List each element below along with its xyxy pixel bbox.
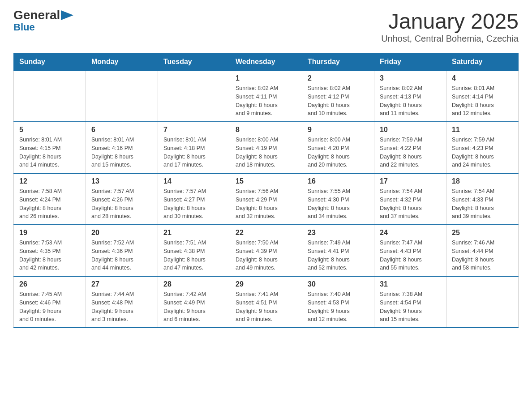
day-info: Sunrise: 7:46 AM Sunset: 4:44 PM Dayligh… [452, 239, 513, 272]
day-cell: 1Sunrise: 8:02 AM Sunset: 4:11 PM Daylig… [230, 71, 302, 122]
day-cell: 3Sunrise: 8:02 AM Sunset: 4:13 PM Daylig… [374, 71, 446, 122]
day-number: 12 [19, 177, 80, 185]
day-info: Sunrise: 8:00 AM Sunset: 4:19 PM Dayligh… [236, 136, 296, 169]
day-number: 6 [91, 126, 152, 134]
day-number: 5 [19, 126, 80, 134]
day-cell: 4Sunrise: 8:01 AM Sunset: 4:14 PM Daylig… [446, 71, 519, 122]
calendar-table: SundayMondayTuesdayWednesdayThursdayFrid… [13, 53, 519, 328]
day-number: 28 [163, 280, 224, 288]
day-info: Sunrise: 7:42 AM Sunset: 4:49 PM Dayligh… [163, 290, 224, 324]
day-cell: 10Sunrise: 7:59 AM Sunset: 4:22 PM Dayli… [374, 122, 446, 173]
header-cell-sunday: Sunday [14, 53, 86, 71]
day-info: Sunrise: 7:44 AM Sunset: 4:48 PM Dayligh… [91, 290, 152, 324]
day-cell: 21Sunrise: 7:51 AM Sunset: 4:38 PM Dayli… [158, 225, 230, 276]
day-number: 14 [163, 177, 224, 185]
day-cell: 13Sunrise: 7:57 AM Sunset: 4:26 PM Dayli… [86, 173, 158, 225]
day-info: Sunrise: 7:52 AM Sunset: 4:36 PM Dayligh… [91, 239, 152, 272]
day-number: 25 [452, 229, 513, 237]
day-info: Sunrise: 7:45 AM Sunset: 4:46 PM Dayligh… [19, 290, 80, 324]
day-cell: 20Sunrise: 7:52 AM Sunset: 4:36 PM Dayli… [86, 225, 158, 276]
day-cell: 9Sunrise: 8:00 AM Sunset: 4:20 PM Daylig… [302, 122, 374, 173]
day-info: Sunrise: 7:53 AM Sunset: 4:35 PM Dayligh… [19, 239, 80, 272]
week-row-3: 12Sunrise: 7:58 AM Sunset: 4:24 PM Dayli… [14, 173, 519, 225]
calendar-subtitle: Unhost, Central Bohemia, Czechia [381, 34, 519, 44]
day-cell: 17Sunrise: 7:54 AM Sunset: 4:32 PM Dayli… [374, 173, 446, 225]
day-cell [446, 276, 519, 328]
day-info: Sunrise: 7:57 AM Sunset: 4:27 PM Dayligh… [163, 187, 224, 221]
day-info: Sunrise: 7:47 AM Sunset: 4:43 PM Dayligh… [380, 239, 441, 272]
week-row-1: 1Sunrise: 8:02 AM Sunset: 4:11 PM Daylig… [14, 71, 519, 122]
day-info: Sunrise: 7:57 AM Sunset: 4:26 PM Dayligh… [91, 187, 152, 221]
day-cell: 30Sunrise: 7:40 AM Sunset: 4:53 PM Dayli… [302, 276, 374, 328]
day-cell: 28Sunrise: 7:42 AM Sunset: 4:49 PM Dayli… [158, 276, 230, 328]
day-number: 17 [380, 177, 441, 185]
day-cell: 24Sunrise: 7:47 AM Sunset: 4:43 PM Dayli… [374, 225, 446, 276]
week-row-5: 26Sunrise: 7:45 AM Sunset: 4:46 PM Dayli… [14, 276, 519, 328]
day-number: 30 [308, 280, 369, 288]
header-cell-thursday: Thursday [302, 53, 374, 71]
day-number: 16 [308, 177, 369, 185]
day-info: Sunrise: 8:01 AM Sunset: 4:18 PM Dayligh… [163, 136, 224, 169]
day-number: 22 [236, 229, 296, 237]
calendar-body: 1Sunrise: 8:02 AM Sunset: 4:11 PM Daylig… [14, 71, 519, 328]
day-cell [14, 71, 86, 122]
day-cell: 7Sunrise: 8:01 AM Sunset: 4:18 PM Daylig… [158, 122, 230, 173]
day-cell: 14Sunrise: 7:57 AM Sunset: 4:27 PM Dayli… [158, 173, 230, 225]
header-cell-saturday: Saturday [446, 53, 519, 71]
day-cell [158, 71, 230, 122]
day-number: 9 [308, 126, 369, 134]
header-cell-friday: Friday [374, 53, 446, 71]
calendar-title: January 2025 [381, 9, 519, 34]
header-cell-wednesday: Wednesday [230, 53, 302, 71]
logo-arrow-icon [61, 10, 73, 20]
header-cell-tuesday: Tuesday [158, 53, 230, 71]
day-info: Sunrise: 8:01 AM Sunset: 4:14 PM Dayligh… [452, 84, 513, 118]
logo: General Blue [13, 9, 73, 33]
day-info: Sunrise: 8:02 AM Sunset: 4:11 PM Dayligh… [236, 84, 296, 118]
day-cell: 31Sunrise: 7:38 AM Sunset: 4:54 PM Dayli… [374, 276, 446, 328]
day-number: 24 [380, 229, 441, 237]
day-info: Sunrise: 7:59 AM Sunset: 4:23 PM Dayligh… [452, 136, 513, 169]
day-cell: 18Sunrise: 7:54 AM Sunset: 4:33 PM Dayli… [446, 173, 519, 225]
day-cell: 25Sunrise: 7:46 AM Sunset: 4:44 PM Dayli… [446, 225, 519, 276]
day-number: 4 [452, 74, 513, 82]
day-number: 10 [380, 126, 441, 134]
day-info: Sunrise: 7:56 AM Sunset: 4:29 PM Dayligh… [236, 187, 296, 221]
day-cell: 26Sunrise: 7:45 AM Sunset: 4:46 PM Dayli… [14, 276, 86, 328]
day-info: Sunrise: 7:49 AM Sunset: 4:41 PM Dayligh… [308, 239, 369, 272]
day-number: 3 [380, 74, 441, 82]
day-info: Sunrise: 7:40 AM Sunset: 4:53 PM Dayligh… [308, 290, 369, 324]
day-number: 21 [163, 229, 224, 237]
day-cell [86, 71, 158, 122]
day-cell: 19Sunrise: 7:53 AM Sunset: 4:35 PM Dayli… [14, 225, 86, 276]
day-info: Sunrise: 7:58 AM Sunset: 4:24 PM Dayligh… [19, 187, 80, 221]
day-number: 2 [308, 74, 369, 82]
day-info: Sunrise: 8:00 AM Sunset: 4:20 PM Dayligh… [308, 136, 369, 169]
day-number: 19 [19, 229, 80, 237]
title-block: January 2025 Unhost, Central Bohemia, Cz… [381, 9, 519, 44]
day-number: 13 [91, 177, 152, 185]
day-cell: 8Sunrise: 8:00 AM Sunset: 4:19 PM Daylig… [230, 122, 302, 173]
day-number: 8 [236, 126, 296, 134]
day-number: 23 [308, 229, 369, 237]
day-info: Sunrise: 8:01 AM Sunset: 4:16 PM Dayligh… [91, 136, 152, 169]
day-cell: 6Sunrise: 8:01 AM Sunset: 4:16 PM Daylig… [86, 122, 158, 173]
day-cell: 23Sunrise: 7:49 AM Sunset: 4:41 PM Dayli… [302, 225, 374, 276]
week-row-4: 19Sunrise: 7:53 AM Sunset: 4:35 PM Dayli… [14, 225, 519, 276]
logo-blue-text: Blue [13, 21, 35, 33]
day-info: Sunrise: 8:01 AM Sunset: 4:15 PM Dayligh… [19, 136, 80, 169]
week-row-2: 5Sunrise: 8:01 AM Sunset: 4:15 PM Daylig… [14, 122, 519, 173]
day-cell: 16Sunrise: 7:55 AM Sunset: 4:30 PM Dayli… [302, 173, 374, 225]
day-info: Sunrise: 7:38 AM Sunset: 4:54 PM Dayligh… [380, 290, 441, 324]
day-number: 26 [19, 280, 80, 288]
day-info: Sunrise: 7:51 AM Sunset: 4:38 PM Dayligh… [163, 239, 224, 272]
day-info: Sunrise: 7:54 AM Sunset: 4:33 PM Dayligh… [452, 187, 513, 221]
day-number: 7 [163, 126, 224, 134]
day-number: 1 [236, 74, 296, 82]
header-row: SundayMondayTuesdayWednesdayThursdayFrid… [14, 53, 519, 71]
day-cell: 11Sunrise: 7:59 AM Sunset: 4:23 PM Dayli… [446, 122, 519, 173]
day-number: 27 [91, 280, 152, 288]
day-info: Sunrise: 7:55 AM Sunset: 4:30 PM Dayligh… [308, 187, 369, 221]
day-info: Sunrise: 7:59 AM Sunset: 4:22 PM Dayligh… [380, 136, 441, 169]
day-info: Sunrise: 8:02 AM Sunset: 4:12 PM Dayligh… [308, 84, 369, 118]
